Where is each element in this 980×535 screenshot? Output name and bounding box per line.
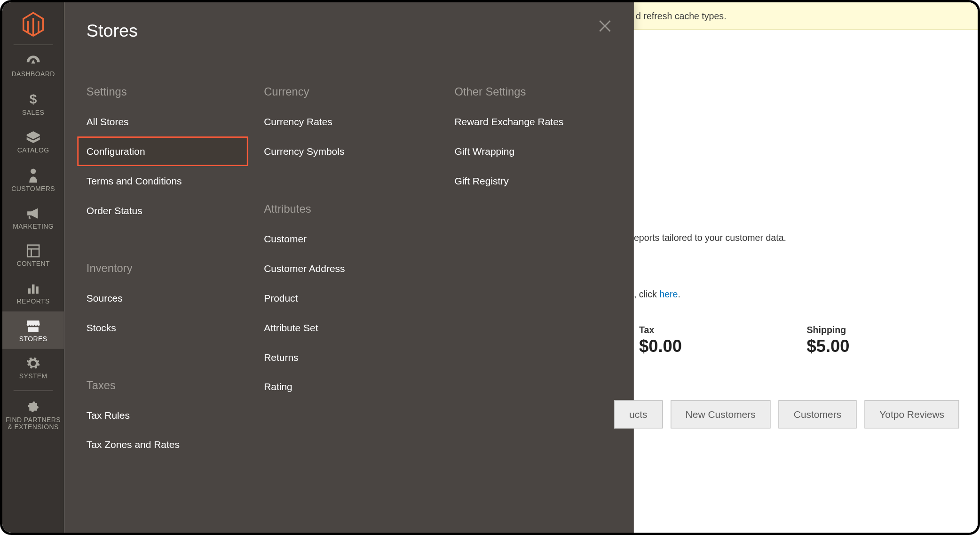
magento-logo-icon[interactable]	[20, 10, 47, 37]
dollar-icon: $	[27, 92, 39, 106]
kpi-tax-label: Tax	[639, 325, 682, 335]
sidebar-item-content[interactable]: CONTENT	[2, 236, 64, 274]
menu-stocks[interactable]: Stocks	[77, 313, 248, 343]
menu-attr-customer-address[interactable]: Customer Address	[255, 254, 426, 283]
svg-rect-6	[32, 284, 35, 294]
tab-yotpo-reviews[interactable]: Yotpo Reviews	[864, 400, 959, 428]
group-heading-other: Other Settings	[445, 78, 636, 107]
sidebar-item-label: MARKETING	[13, 223, 54, 230]
sidebar-item-label: CUSTOMERS	[11, 185, 55, 192]
svg-point-1	[31, 169, 36, 174]
click-prefix: , click	[634, 289, 659, 299]
menu-terms-conditions[interactable]: Terms and Conditions	[77, 166, 248, 196]
flyout-column-1: Settings All Stores Configuration Terms …	[64, 78, 254, 459]
svg-text:$: $	[30, 92, 37, 106]
sidebar-item-find-partners[interactable]: FIND PARTNERS & EXTENSIONS	[2, 392, 64, 437]
group-heading-taxes: Taxes	[77, 371, 254, 400]
menu-attr-rating[interactable]: Rating	[255, 372, 426, 401]
group-heading-settings: Settings	[77, 78, 254, 107]
group-heading-inventory: Inventory	[77, 254, 254, 283]
kpi-shipping: Shipping $5.00	[807, 325, 850, 357]
group-heading-attributes: Attributes	[255, 195, 445, 224]
menu-reward-exchange-rates[interactable]: Reward Exchange Rates	[445, 107, 616, 136]
kpi-tax-value: $0.00	[639, 335, 682, 357]
click-here-line: , click here.	[634, 281, 980, 299]
group-heading-currency: Currency	[255, 78, 445, 107]
person-icon	[28, 168, 38, 183]
menu-all-stores[interactable]: All Stores	[77, 107, 248, 136]
bars-icon	[27, 282, 40, 295]
kpi-shipping-value: $5.00	[807, 335, 850, 357]
menu-order-status[interactable]: Order Status	[77, 196, 248, 225]
megaphone-icon	[26, 207, 40, 220]
menu-currency-symbols[interactable]: Currency Symbols	[255, 136, 426, 166]
sidebar-item-dashboard[interactable]: DASHBOARD	[2, 47, 64, 84]
menu-tax-rules[interactable]: Tax Rules	[77, 400, 248, 430]
kpi-shipping-label: Shipping	[807, 325, 850, 335]
sidebar-item-label: STORES	[19, 335, 47, 342]
box-icon	[26, 130, 40, 144]
menu-attr-customer[interactable]: Customer	[255, 224, 426, 254]
admin-sidebar: DASHBOARD $ SALES CATALOG CUSTOMERS MARK…	[2, 2, 64, 535]
close-flyout-button[interactable]	[598, 19, 611, 35]
sidebar-item-label: CATALOG	[17, 146, 49, 153]
menu-currency-rates[interactable]: Currency Rates	[255, 107, 426, 136]
gauge-icon	[25, 54, 41, 67]
sidebar-item-label: REPORTS	[17, 297, 50, 304]
puzzle-icon	[27, 400, 40, 413]
sidebar-item-customers[interactable]: CUSTOMERS	[2, 160, 64, 199]
reports-text-partial: eports tailored to your customer data.	[634, 224, 980, 243]
menu-configuration[interactable]: Configuration	[77, 136, 248, 166]
storefront-icon	[26, 319, 40, 333]
sidebar-item-stores[interactable]: STORES	[2, 311, 64, 349]
sidebar-item-marketing[interactable]: MARKETING	[2, 199, 64, 237]
svg-rect-5	[28, 288, 31, 294]
stores-flyout-panel: Stores Settings All Stores Configuration…	[64, 2, 634, 535]
tab-customers[interactable]: Customers	[779, 400, 857, 428]
menu-attr-returns[interactable]: Returns	[255, 342, 426, 372]
sidebar-item-reports[interactable]: REPORTS	[2, 274, 64, 311]
sidebar-item-label: FIND PARTNERS & EXTENSIONS	[6, 416, 61, 431]
menu-attr-attribute-set[interactable]: Attribute Set	[255, 313, 426, 343]
sidebar-item-label: SYSTEM	[19, 373, 47, 380]
menu-gift-registry[interactable]: Gift Registry	[445, 166, 616, 196]
sidebar-separator	[14, 44, 53, 45]
close-icon	[598, 19, 611, 32]
svg-rect-2	[27, 245, 39, 257]
menu-gift-wrapping[interactable]: Gift Wrapping	[445, 136, 616, 166]
svg-rect-7	[36, 287, 39, 294]
here-link[interactable]: here	[659, 289, 678, 299]
sidebar-item-label: CONTENT	[16, 260, 49, 267]
tab-products-partial[interactable]: ucts	[614, 400, 663, 428]
sidebar-item-system[interactable]: SYSTEM	[2, 349, 64, 386]
layout-icon	[27, 244, 40, 257]
menu-attr-product[interactable]: Product	[255, 283, 426, 313]
sidebar-item-label: SALES	[22, 109, 44, 116]
flyout-title: Stores	[64, 2, 634, 41]
dashboard-content-partial: eports tailored to your customer data. ,…	[634, 30, 980, 535]
sidebar-item-catalog[interactable]: CATALOG	[2, 123, 64, 160]
click-period: .	[678, 289, 680, 299]
tab-new-customers[interactable]: New Customers	[670, 400, 770, 428]
sidebar-item-sales[interactable]: $ SALES	[2, 84, 64, 122]
sidebar-item-label: DASHBOARD	[12, 70, 55, 77]
sidebar-separator	[14, 390, 53, 391]
gear-icon	[27, 357, 40, 370]
kpi-tax: Tax $0.00	[639, 325, 682, 357]
menu-sources[interactable]: Sources	[77, 283, 248, 313]
banner-text: d refresh cache types.	[636, 10, 726, 21]
flyout-column-2: Currency Currency Rates Currency Symbols…	[255, 78, 445, 459]
flyout-column-3: Other Settings Reward Exchange Rates Gif…	[445, 78, 636, 459]
menu-tax-zones-rates[interactable]: Tax Zones and Rates	[77, 430, 248, 459]
